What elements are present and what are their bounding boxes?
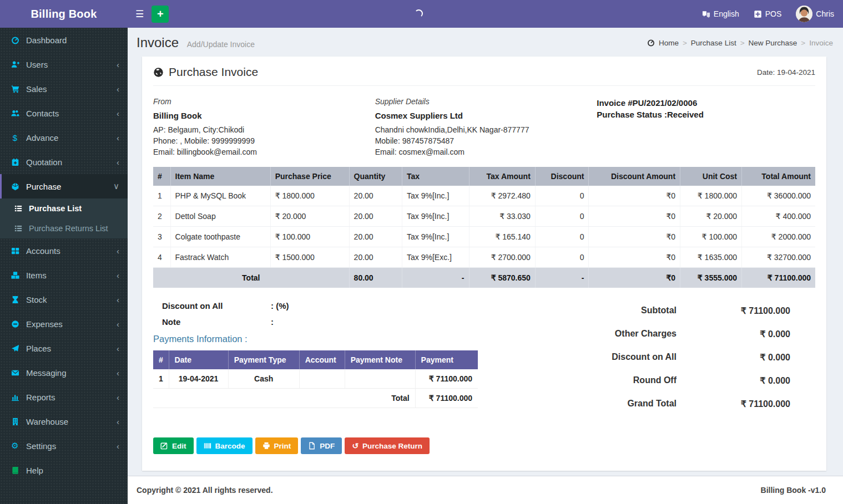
page-title: Invoice Add/Update Invoice [137, 35, 255, 50]
info-line: Email: billingbook@email.com [153, 146, 375, 157]
breadcrumb-item-home[interactable]: Home [659, 39, 679, 47]
user-menu[interactable]: Chris [796, 6, 834, 22]
sidebar-toggle-icon[interactable]: ☰ [128, 8, 152, 20]
items-table-cell: 4 [153, 247, 170, 268]
pdf-button[interactable]: PDF [301, 437, 342, 454]
sidebar-item-label: Messaging [26, 368, 67, 378]
pos-button[interactable]: POS [754, 9, 782, 18]
sidebar-item-expenses[interactable]: Expenses‹ [0, 312, 128, 336]
info-line: Chandni chowkIndia,Delhi,KK Nagar-877777 [375, 124, 597, 135]
items-col-header: Tax Amount [469, 167, 535, 186]
sidebar-item-places[interactable]: Places‹ [0, 336, 128, 360]
sidebar-subitem-purchase-list[interactable]: Purchase List [0, 198, 128, 218]
sidebar: Billing Book DashboardUsers‹Sales‹Contac… [0, 0, 128, 504]
items-table-cell: PHP & MySQL Book [170, 186, 270, 206]
edit-button[interactable]: Edit [153, 437, 194, 454]
sidebar-item-stock[interactable]: Stock‹ [0, 287, 128, 312]
note-row: Note : [153, 317, 484, 327]
sidebar-submenu: Purchase ListPurchase Returns List [0, 198, 128, 238]
sidebar-item-messaging[interactable]: Messaging‹ [0, 360, 128, 385]
sidebar-item-settings[interactable]: ⚙Settings‹ [0, 434, 128, 458]
items-total-cell: ₹ 3555.000 [680, 268, 742, 288]
purchase-return-button[interactable]: ↺Purchase Return [345, 437, 430, 454]
items-table-cell: ₹0 [589, 227, 680, 247]
payments-table-cell [345, 369, 415, 389]
breadcrumb-item-new-purchase[interactable]: New Purchase [749, 39, 797, 47]
summary-value: ₹ 0.000 [677, 329, 815, 339]
quick-add-button[interactable]: + [152, 6, 169, 23]
sidebar-item-accounts[interactable]: Accounts‹ [0, 238, 128, 263]
items-table-cell: 0 [535, 247, 589, 268]
sidebar-item-reports[interactable]: Reports‹ [0, 385, 128, 409]
info-line: Mobile: 987457875487 [375, 135, 597, 146]
sidebar-item-users[interactable]: Users‹ [0, 52, 128, 77]
items-table-cell: 20.00 [349, 186, 402, 206]
footer: Copyright © 2021 All rights reserved. Bi… [128, 476, 843, 504]
items-table-cell: ₹ 20.000 [680, 206, 742, 227]
sidebar-item-items[interactable]: Items‹ [0, 263, 128, 287]
payments-total-row: Total₹ 71100.000 [153, 389, 478, 408]
items-total-cell: 80.00 [349, 268, 402, 288]
top-navbar: ☰ + English POS Chris [128, 0, 843, 28]
sidebar-item-advance[interactable]: $Advance‹ [0, 125, 128, 150]
purchase-status: Purchase Status :Received [597, 109, 815, 120]
chevron-left-icon: ‹ [117, 133, 119, 142]
items-table-cell: ₹ 100.000 [270, 227, 349, 247]
payments-table: #DatePayment TypeAccountPayment NotePaym… [153, 350, 478, 408]
info-line: Phone: , Mobile: 9999999999 [153, 135, 375, 146]
invoice-meta: Invoice #PU/2021/02/0006 Purchase Status… [597, 97, 815, 157]
items-table-cell: ₹ 1800.000 [680, 186, 742, 206]
payments-col-header: Payment Type [228, 350, 299, 369]
chevron-left-icon: ‹ [117, 393, 119, 402]
items-table-cell: Tax 9%[Inc.] [402, 186, 469, 206]
items-col-header: Purchase Price [270, 167, 349, 186]
sidebar-item-purchase[interactable]: Purchase∨ [0, 174, 128, 198]
sidebar-item-label: Settings [26, 441, 56, 451]
button-label: Print [274, 442, 291, 450]
chevron-left-icon: ‹ [117, 368, 119, 378]
content-header: Invoice Add/Update Invoice Home>Purchase… [128, 28, 843, 55]
payments-total-value: ₹ 71100.000 [415, 389, 478, 408]
items-total-cell: - [402, 268, 469, 288]
help-icon [8, 466, 22, 475]
barcode-button[interactable]: Barcode [196, 437, 253, 454]
sales-icon [8, 85, 22, 93]
breadcrumb-item-purchase-list[interactable]: Purchase List [691, 39, 736, 47]
sidebar-item-label: Stock [26, 295, 47, 304]
list-icon [12, 225, 24, 232]
language-menu[interactable]: English [702, 9, 739, 18]
items-table-cell: ₹ 2700.000 [469, 247, 535, 268]
items-table-cell: ₹ 36000.000 [742, 186, 815, 206]
app-logo[interactable]: Billing Book [0, 0, 128, 28]
summary-label: Subtotal [641, 306, 677, 316]
payments-table-cell [299, 369, 345, 389]
sidebar-item-dashboard[interactable]: Dashboard [0, 28, 128, 52]
items-table-cell: 0 [535, 227, 589, 247]
items-table-cell: 2 [153, 206, 170, 227]
print-button[interactable]: Print [255, 437, 299, 454]
chevron-left-icon: ‹ [117, 271, 119, 280]
sidebar-item-quotation[interactable]: Quotation‹ [0, 150, 128, 174]
topbar-right: English POS Chris [702, 6, 843, 22]
print-icon [263, 442, 270, 450]
sidebar-subitem-purchase-returns-list[interactable]: Purchase Returns List [0, 218, 128, 238]
discount-on-all-value: : (%) [271, 301, 289, 310]
invoice-lower: Discount on All : (%) Note : Payments In… [153, 301, 815, 422]
from-lines: AP: Belgaum, City:ChikodiPhone: , Mobile… [153, 124, 375, 157]
sidebar-item-label: Accounts [26, 246, 60, 256]
sidebar-item-warehouse[interactable]: Warehouse‹ [0, 409, 128, 434]
version-text: Billing Book -v1.0 [761, 486, 826, 495]
items-table-row: 2Dettol Soap₹ 20.00020.00Tax 9%[Inc.]₹ 3… [153, 206, 815, 227]
discount-on-all-label: Discount on All [162, 301, 271, 310]
messaging-icon [8, 369, 22, 377]
items-table-row: 4Fastrack Watch₹ 1500.00020.00Tax 9%[Exc… [153, 247, 815, 268]
home-icon [647, 39, 655, 47]
sidebar-item-contacts[interactable]: Contacts‹ [0, 101, 128, 125]
sidebar-item-help[interactable]: Help [0, 458, 128, 482]
barcode-icon [204, 442, 211, 450]
sidebar-item-label: Reports [26, 393, 55, 402]
sidebar-item-sales[interactable]: Sales‹ [0, 77, 128, 101]
summary-row-grand-total: Grand Total₹ 71100.000 [484, 399, 816, 409]
from-heading: From [153, 97, 375, 106]
payments-col-header: Date [169, 350, 228, 369]
